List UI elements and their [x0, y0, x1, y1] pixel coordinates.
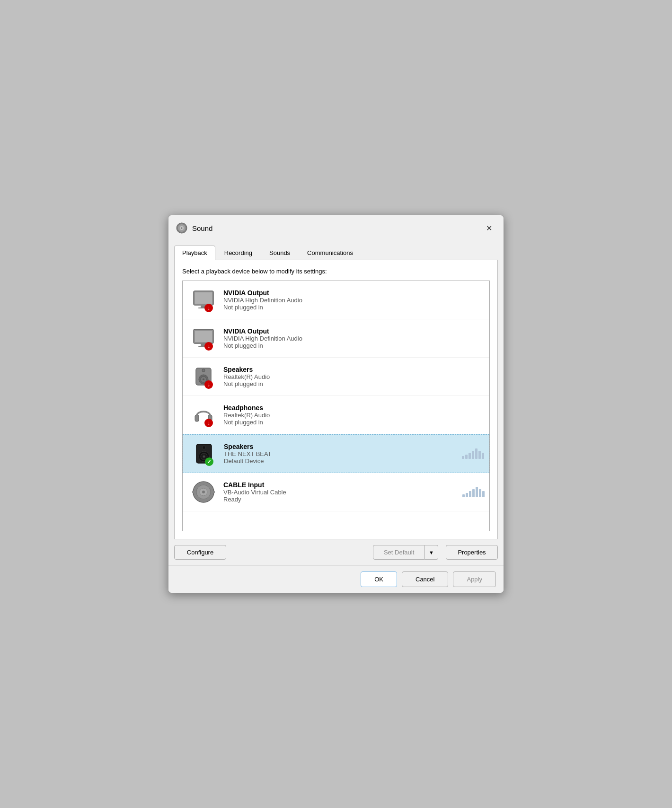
- footer: OK Cancel Apply: [168, 565, 504, 593]
- svg-point-15: [203, 378, 204, 380]
- device-status-cable: Ready: [223, 496, 286, 503]
- sound-dialog: Sound ✕ Playback Recording Sounds Commun…: [168, 215, 504, 593]
- device-status-speakers2: Default Device: [224, 457, 272, 465]
- device-name-nvidia1: NVIDIA Output: [223, 289, 302, 297]
- main-content: Select a playback device below to modify…: [174, 260, 498, 539]
- close-button[interactable]: ✕: [482, 221, 496, 235]
- sound-icon: [176, 222, 187, 234]
- device-driver-nvidia2: NVIDIA High Definition Audio: [223, 335, 302, 342]
- svg-rect-5: [195, 292, 212, 304]
- svg-rect-28: [203, 481, 204, 484]
- device-driver-headphones: Realtek(R) Audio: [223, 412, 270, 419]
- tab-sounds[interactable]: Sounds: [261, 246, 298, 260]
- status-badge-red-3: ↓: [204, 380, 213, 389]
- device-item-nvidia2[interactable]: ↓ NVIDIA Output NVIDIA High Definition A…: [183, 319, 489, 358]
- properties-button[interactable]: Properties: [446, 545, 498, 560]
- svg-rect-31: [212, 491, 215, 493]
- svg-point-3: [181, 228, 183, 229]
- volume-bars-speakers2: [462, 448, 484, 459]
- device-item-speakers2[interactable]: ✓ Speakers THE NEXT BEAT Default Device: [183, 434, 489, 473]
- device-item-speakers1[interactable]: ↓ Speakers Realtek(R) Audio Not plugged …: [183, 358, 489, 396]
- device-driver-speakers1: Realtek(R) Audio: [223, 373, 270, 380]
- svg-point-27: [202, 491, 205, 493]
- svg-rect-29: [203, 500, 204, 503]
- apply-button[interactable]: Apply: [453, 571, 496, 587]
- content-description: Select a playback device below to modify…: [182, 268, 490, 275]
- device-icon-speakers1: ↓: [189, 362, 218, 391]
- cancel-button[interactable]: Cancel: [402, 571, 448, 587]
- device-name-speakers2: Speakers: [224, 443, 272, 450]
- status-badge-red-2: ↓: [204, 342, 213, 351]
- set-default-dropdown-button[interactable]: ▼: [425, 545, 438, 560]
- svg-point-23: [203, 446, 206, 449]
- device-name-nvidia2: NVIDIA Output: [223, 327, 302, 335]
- device-status-nvidia1: Not plugged in: [223, 304, 302, 311]
- device-info-speakers1: Speakers Realtek(R) Audio Not plugged in: [223, 366, 270, 387]
- device-driver-speakers2: THE NEXT BEAT: [224, 450, 272, 457]
- tabs-container: Playback Recording Sounds Communications: [168, 241, 504, 260]
- device-status-headphones: Not plugged in: [223, 419, 270, 426]
- configure-button[interactable]: Configure: [174, 545, 226, 560]
- device-icon-headphones: ↓: [189, 401, 218, 429]
- svg-point-22: [203, 456, 205, 458]
- ok-button[interactable]: OK: [361, 571, 397, 587]
- device-info-cable: CABLE Input VB-Audio Virtual Cable Ready: [223, 481, 286, 503]
- volume-bars-cable: [462, 487, 485, 497]
- action-row: Configure Set Default ▼ Properties: [168, 539, 504, 565]
- device-status-nvidia2: Not plugged in: [223, 342, 302, 349]
- set-default-button[interactable]: Set Default: [373, 545, 425, 560]
- set-default-group: Set Default ▼: [373, 545, 438, 560]
- tab-playback[interactable]: Playback: [174, 246, 215, 260]
- svg-rect-9: [195, 331, 212, 342]
- device-info-nvidia2: NVIDIA Output NVIDIA High Definition Aud…: [223, 327, 302, 349]
- device-name-cable: CABLE Input: [223, 481, 286, 489]
- status-badge-red-4: ↓: [204, 419, 213, 427]
- tab-communications[interactable]: Communications: [299, 246, 361, 260]
- device-icon-speakers2: ✓: [190, 439, 218, 468]
- device-status-speakers1: Not plugged in: [223, 380, 270, 387]
- tab-recording[interactable]: Recording: [216, 246, 260, 260]
- title-bar: Sound ✕: [168, 215, 504, 241]
- window-title: Sound: [192, 224, 212, 232]
- device-item-nvidia1[interactable]: ↓ NVIDIA Output NVIDIA High Definition A…: [183, 281, 489, 319]
- device-driver-cable: VB-Audio Virtual Cable: [223, 489, 286, 496]
- title-bar-left: Sound: [176, 222, 212, 234]
- cable-icon: [191, 480, 216, 504]
- device-icon-nvidia2: ↓: [189, 324, 218, 352]
- device-item-cable[interactable]: CABLE Input VB-Audio Virtual Cable Ready: [183, 473, 489, 511]
- device-driver-nvidia1: NVIDIA High Definition Audio: [223, 297, 302, 304]
- svg-rect-30: [192, 491, 195, 493]
- device-name-headphones: Headphones: [223, 404, 270, 412]
- status-badge-red-1: ↓: [204, 304, 213, 312]
- device-info-headphones: Headphones Realtek(R) Audio Not plugged …: [223, 404, 270, 426]
- device-info-speakers2: Speakers THE NEXT BEAT Default Device: [224, 443, 272, 465]
- svg-point-16: [202, 369, 205, 372]
- device-item-headphones[interactable]: ↓ Headphones Realtek(R) Audio Not plugge…: [183, 396, 489, 434]
- status-badge-green: ✓: [205, 457, 213, 466]
- device-icon-cable: [189, 478, 218, 506]
- device-list[interactable]: ↓ NVIDIA Output NVIDIA High Definition A…: [182, 281, 490, 531]
- device-info-nvidia1: NVIDIA Output NVIDIA High Definition Aud…: [223, 289, 302, 311]
- device-name-speakers1: Speakers: [223, 366, 270, 373]
- device-icon-nvidia1: ↓: [189, 286, 218, 314]
- svg-rect-17: [195, 415, 199, 422]
